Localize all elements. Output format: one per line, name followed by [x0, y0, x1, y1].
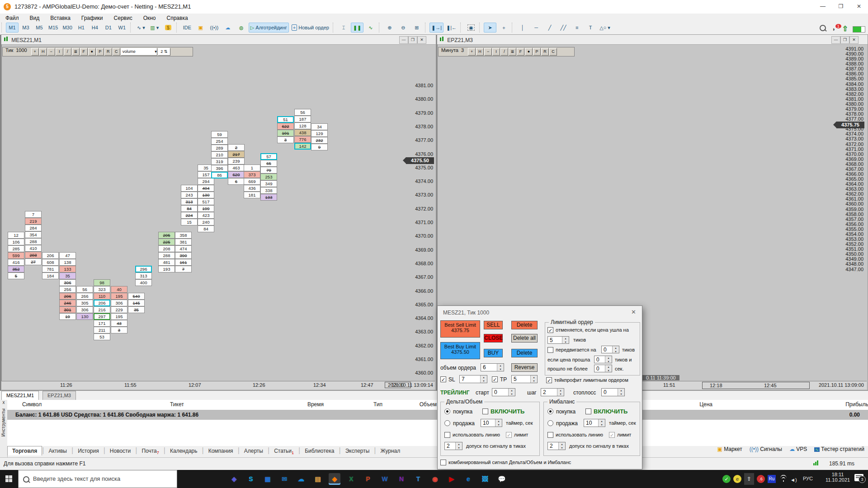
column-header-Тип[interactable]: Тип [328, 401, 382, 408]
cancel-checkbox[interactable]: ✓ [547, 327, 553, 333]
cluster-btn-≣[interactable]: ≣ [72, 48, 80, 56]
timeframe-M3[interactable]: M3 [19, 23, 32, 33]
youtube-icon[interactable]: ▶ [446, 473, 458, 485]
zoom-in-icon[interactable]: ⊕ [383, 23, 396, 33]
imbalance-enable-checkbox[interactable] [585, 408, 591, 414]
cluster-chart-canvas[interactable]: 4381.004380.004379.004378.004377.004376.… [1, 44, 435, 381]
tile-windows-icon[interactable]: ⊞ [410, 23, 423, 33]
imbalance-sell-radio[interactable] [547, 420, 553, 426]
mail-icon[interactable]: ✉ [278, 473, 290, 485]
timeframe-M30[interactable]: M30 [61, 23, 74, 33]
close-button[interactable]: ✕ [850, 0, 868, 13]
menu-Окно[interactable]: Окно [138, 14, 161, 22]
fibo-icon[interactable]: ≡ [571, 23, 583, 33]
metatrader-icon[interactable]: ◆ [329, 473, 340, 485]
delete-buy-button[interactable]: Delete [511, 349, 538, 357]
chart-tab-MESZ21,M1[interactable]: MESZ21,M1 [1, 391, 39, 400]
menu-Графики[interactable]: Графики [76, 14, 108, 22]
time-axis[interactable]: 11:2611:5512:0712:2612:3412:4713:002021.… [1, 381, 435, 389]
column-header-Цена[interactable]: Цена [658, 401, 712, 408]
toolbox-tab-Торговля[interactable]: Торговля [7, 446, 42, 455]
timeframe-H4[interactable]: H4 [89, 23, 101, 33]
vps-cloud-icon[interactable]: ☁ [222, 23, 234, 33]
delete-all-button[interactable]: Delete all [511, 334, 538, 343]
notification-center-icon[interactable]: 3 [854, 474, 863, 481]
cluster-btn-●[interactable]: ● [88, 48, 96, 56]
column-header-Прибыль[interactable]: Прибыль [814, 401, 868, 408]
speaker-icon[interactable]: ◄) [790, 475, 797, 483]
imbalance-tolerance-input[interactable]: 2▴▾ [547, 442, 566, 450]
toolbox-tab-Новости[interactable]: Новости [105, 446, 135, 455]
toolbox-sidebar-label[interactable]: Инструменты [1, 408, 6, 436]
zoom-out-icon[interactable]: ⊖ [397, 23, 410, 33]
deposit-icon[interactable]: $ [162, 23, 175, 33]
community-icon[interactable]: ◍ [235, 23, 248, 33]
toolbox-tab-Библиотека[interactable]: Библиотека [300, 446, 339, 455]
cluster-btn-/[interactable]: / [500, 48, 508, 56]
imbalance-limit-checkbox[interactable]: ✓ [609, 432, 615, 438]
cluster-btn-H[interactable]: H [39, 48, 47, 56]
trailing-stop-input[interactable]: 0▴▾ [601, 388, 625, 396]
cluster-btn-I[interactable]: I [56, 48, 63, 56]
timeframe-M15[interactable]: M15 [47, 23, 60, 33]
notifications-bell-icon[interactable]: ◗1 [832, 26, 836, 33]
child-minimize-button[interactable]: — [831, 36, 840, 44]
tp-input[interactable]: 5▴▾ [511, 375, 538, 383]
cluster-btn-R[interactable]: R [541, 48, 549, 56]
panel-close-icon[interactable]: ✕ [631, 309, 636, 315]
chat-icon[interactable]: 💬 [496, 473, 508, 485]
hidden-icons-chevron[interactable]: ⇧ [744, 473, 754, 485]
cluster-btn-+[interactable]: + [31, 48, 39, 56]
upload-arrow-icon[interactable]: ⇧ [842, 25, 848, 33]
new-order-button[interactable]: + Новый ордер [290, 23, 331, 33]
shapes-icon[interactable]: △○ ▾ [598, 23, 612, 33]
cluster-btn-+[interactable]: + [468, 48, 476, 56]
cluster-btn-C[interactable]: C [549, 48, 557, 56]
antivirus-tray-icon[interactable]: ✓ [722, 475, 731, 483]
taskbar-search[interactable]: Введите здесь текст для поиска [18, 470, 177, 488]
key-tray-icon[interactable]: e [733, 475, 741, 483]
excel-icon[interactable]: X [345, 473, 357, 485]
delta-limit-checkbox[interactable]: ✓ [506, 432, 512, 438]
imbalance-timer-input[interactable]: 10▴▾ [584, 419, 605, 427]
onedrive-icon[interactable]: ☁ [295, 473, 307, 485]
column-header-Объем[interactable]: Объем [382, 401, 437, 408]
move-checkbox[interactable] [547, 347, 553, 353]
cluster-btn-−[interactable]: − [484, 48, 492, 56]
toolbar-search-icon[interactable] [820, 25, 826, 31]
keyboard-layout[interactable]: РУС [803, 476, 813, 481]
vertical-line-icon[interactable]: │ [516, 23, 529, 33]
elapsed-input[interactable]: 0▴▾ [594, 365, 612, 372]
buy-button[interactable]: BUY [484, 349, 503, 357]
menu-Файл[interactable]: Файл [0, 14, 24, 22]
explorer-icon[interactable]: ▤ [312, 473, 324, 485]
column-header-Символ[interactable]: Символ [22, 401, 42, 408]
word-icon[interactable]: W [379, 473, 391, 485]
horizontal-line-icon[interactable]: ─ [530, 23, 542, 33]
media-icon[interactable]: ◈ [228, 473, 240, 485]
sell-button[interactable]: SELL [484, 321, 503, 329]
combined-checkbox[interactable] [440, 460, 446, 465]
link-Сигналы[interactable]: ((•)) Сигналы [750, 446, 782, 452]
cluster-btn-H[interactable]: H [476, 48, 484, 56]
skype-icon[interactable]: S [245, 473, 257, 485]
cluster-btn-I[interactable]: I [492, 48, 500, 56]
child-minimize-button[interactable]: — [399, 36, 408, 44]
edge-icon[interactable]: e [462, 473, 474, 485]
minimize-button[interactable]: — [814, 0, 832, 13]
timeframe-H1[interactable]: H1 [75, 23, 88, 33]
text-label-icon[interactable]: T [584, 23, 597, 33]
volume-mode-dropdown[interactable]: volume ▾ [121, 48, 157, 56]
close-position-button[interactable]: CLOSE [484, 334, 503, 343]
clock[interactable]: 18:1111.10.2021 [822, 472, 854, 483]
imbalance-buy-radio[interactable] [547, 408, 553, 414]
cluster-btn-F[interactable]: F [80, 48, 88, 56]
channel-icon[interactable]: ╱╱ [557, 23, 570, 33]
toolbox-tab-Компания[interactable]: Компания [204, 446, 238, 455]
toolbox-tab-Активы[interactable]: Активы [44, 446, 71, 455]
toolbox-tab-Статьи[interactable]: Статьи1 [269, 446, 298, 456]
child-close-button[interactable]: ✕ [417, 36, 426, 44]
wifi-icon[interactable] [779, 475, 788, 482]
move-ticks-input[interactable]: 0▴▾ [601, 346, 619, 353]
cancel-ticks-input[interactable]: 5▴▾ [547, 336, 569, 344]
